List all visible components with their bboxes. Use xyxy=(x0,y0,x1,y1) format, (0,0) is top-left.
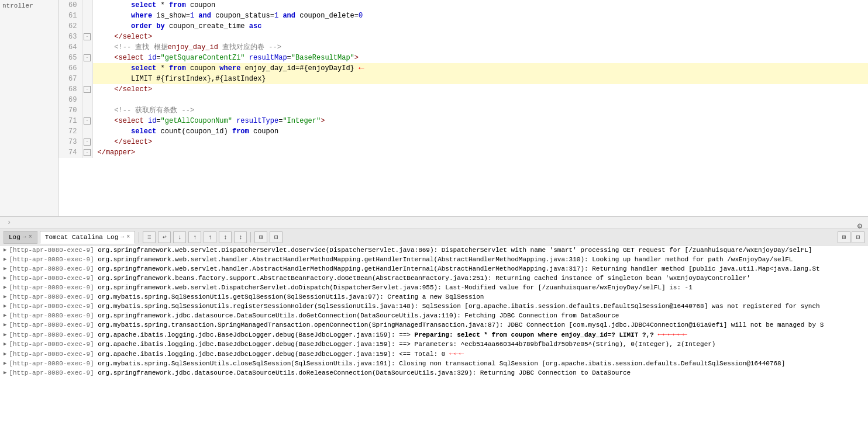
code-line: <select id="getSquareContentZi" resultMa… xyxy=(92,53,868,63)
log-text: [http-apr-8080-exec-9] org.springframewo… xyxy=(9,255,793,264)
log-line: ▶[http-apr-8080-exec-9] org.springframew… xyxy=(0,368,868,378)
tab-tomcat-label: Tomcat Catalina Log xyxy=(45,234,118,241)
log-expand-arrow[interactable]: ▶ xyxy=(4,255,6,264)
code-line: select * from coupon xyxy=(92,0,868,11)
log-expand-arrow[interactable]: ▶ xyxy=(4,302,6,311)
fold-gutter[interactable]: - xyxy=(82,32,92,42)
toolbar-btn-columns[interactable]: ⊞ xyxy=(838,231,850,243)
log-text: [http-apr-8080-exec-9] org.mybatis.sprin… xyxy=(9,359,785,368)
log-expand-arrow[interactable]: ▶ xyxy=(4,274,6,283)
fold-gutter xyxy=(82,42,92,53)
log-expand-arrow[interactable]: ▶ xyxy=(4,311,6,320)
log-line: ▶[http-apr-8080-exec-9] org.springframew… xyxy=(0,283,868,292)
line-number: 60 xyxy=(58,0,82,11)
code-line: <!-- 查找 根据enjoy_day_id 查找对应的卷 --> xyxy=(92,42,868,53)
log-text: [http-apr-8080-exec-9] org.apache.ibatis… xyxy=(9,330,687,340)
log-line: ▶[http-apr-8080-exec-9] org.apache.ibati… xyxy=(0,349,868,359)
log-expand-arrow[interactable]: ▶ xyxy=(4,359,6,368)
line-number: 63 xyxy=(58,32,82,42)
log-expand-arrow[interactable]: ▶ xyxy=(4,245,6,255)
log-line: ▶[http-apr-8080-exec-9] org.springframew… xyxy=(0,264,868,274)
line-number: 69 xyxy=(58,95,82,105)
fold-gutter xyxy=(82,126,92,137)
fold-gutter[interactable]: - xyxy=(82,53,92,63)
log-text: [http-apr-8080-exec-9] org.springframewo… xyxy=(9,245,812,255)
log-text: [http-apr-8080-exec-9] org.springframewo… xyxy=(9,264,819,274)
line-number: 70 xyxy=(58,105,82,116)
log-expand-arrow[interactable]: ▶ xyxy=(4,368,6,378)
toolbar-btn-sort2[interactable]: ↕ xyxy=(234,231,247,243)
log-text: [http-apr-8080-exec-9] org.mybatis.sprin… xyxy=(9,292,484,302)
toolbar-btn-expand[interactable]: ⊟ xyxy=(852,231,864,243)
tab-tomcat-close[interactable]: × xyxy=(126,234,130,240)
line-number: 74 xyxy=(58,147,82,158)
line-number: 71 xyxy=(58,116,82,126)
log-text: [http-apr-8080-exec-9] org.mybatis.sprin… xyxy=(9,302,819,311)
fold-gutter[interactable]: - xyxy=(82,137,92,147)
fold-gutter[interactable]: - xyxy=(82,84,92,95)
tab-tomcat[interactable]: Tomcat Catalina Log → × xyxy=(40,231,135,244)
toolbar-btn-menu[interactable]: ≡ xyxy=(143,231,156,243)
line-number: 66 xyxy=(58,63,82,74)
log-panel: ▶[http-apr-8080-exec-9] org.springframew… xyxy=(0,245,868,422)
toolbar-btn-grid[interactable]: ⊞ xyxy=(254,231,267,243)
fold-gutter xyxy=(82,0,92,11)
toolbar-separator-2 xyxy=(250,232,251,243)
log-expand-arrow[interactable]: ▶ xyxy=(4,330,6,340)
log-line: ▶[http-apr-8080-exec-9] org.mybatis.spri… xyxy=(0,359,868,368)
log-line: ▶[http-apr-8080-exec-9] org.apache.ibati… xyxy=(0,340,868,349)
code-line: select * from coupon where enjoy_day_id=… xyxy=(92,63,868,74)
settings-icon[interactable]: ⚙ xyxy=(854,220,866,231)
fold-gutter[interactable]: - xyxy=(82,147,92,158)
log-expand-arrow[interactable]: ▶ xyxy=(4,292,6,302)
log-toolbar: Log → × Tomcat Catalina Log → × ≡ ↩ ↓ ↑ … xyxy=(0,229,868,245)
log-expand-arrow[interactable]: ▶ xyxy=(4,283,6,292)
log-text: [http-apr-8080-exec-9] org.apache.ibatis… xyxy=(9,340,715,349)
code-line: select count(coupon_id) from coupon xyxy=(92,126,868,137)
log-expand-arrow[interactable]: ▶ xyxy=(4,264,6,274)
fold-gutter xyxy=(82,105,92,116)
fold-gutter xyxy=(82,74,92,84)
code-line: <select id="getAllCouponNum" resultType=… xyxy=(92,116,868,126)
toolbar-btn-sort1[interactable]: ↕ xyxy=(219,231,232,243)
log-expand-arrow[interactable]: ▶ xyxy=(4,320,6,330)
log-expand-arrow[interactable]: ▶ xyxy=(4,350,6,359)
tab-log[interactable]: Log → × xyxy=(4,231,37,244)
log-line: ▶[http-apr-8080-exec-9] org.springframew… xyxy=(0,274,868,283)
log-text: [http-apr-8080-exec-9] org.springframewo… xyxy=(9,274,750,283)
fold-gutter xyxy=(82,95,92,105)
toolbar-btn-up2[interactable]: ↑ xyxy=(204,231,216,243)
code-line: </select> xyxy=(92,84,868,95)
code-line: LIMIT #{firstIndex},#{lastIndex} xyxy=(92,74,868,84)
log-line: ▶[http-apr-8080-exec-9] org.apache.ibati… xyxy=(0,330,868,340)
breadcrumb: › xyxy=(0,216,868,229)
line-number: 65 xyxy=(58,53,82,63)
code-line: <!-- 获取所有条数 --> xyxy=(92,105,868,116)
code-area: 60 select * from coupon61 where is_show=… xyxy=(58,0,868,216)
toolbar-btn-up[interactable]: ↑ xyxy=(188,231,201,243)
code-line: </select> xyxy=(92,32,868,42)
log-text: [http-apr-8080-exec-9] org.springframewo… xyxy=(9,283,692,292)
line-number: 62 xyxy=(58,21,82,32)
fold-gutter[interactable]: - xyxy=(82,116,92,126)
toolbar-btn-list[interactable]: ⊟ xyxy=(270,231,283,243)
toolbar-separator-1 xyxy=(139,232,139,243)
log-line: ▶[http-apr-8080-exec-9] org.mybatis.spri… xyxy=(0,320,868,330)
line-number: 73 xyxy=(58,137,82,147)
editor-main-layout: ntroller 60 select * from coupon61 where… xyxy=(0,0,868,216)
log-text: [http-apr-8080-exec-9] org.springframewo… xyxy=(9,368,631,378)
tab-log-label: Log xyxy=(9,234,20,241)
toolbar-btn-down[interactable]: ↓ xyxy=(173,231,186,243)
line-number: 64 xyxy=(58,42,82,53)
code-line: </mapper> xyxy=(92,147,868,158)
toolbar-right-group: ⊞ ⊟ xyxy=(838,231,864,243)
tab-log-arrow: → xyxy=(23,234,26,240)
code-line: </select> xyxy=(92,137,868,147)
log-expand-arrow[interactable]: ▶ xyxy=(4,340,6,349)
line-number: 61 xyxy=(58,11,82,21)
tab-log-close[interactable]: × xyxy=(29,234,32,240)
left-panel: ntroller xyxy=(0,0,58,216)
breadcrumb-sep: › xyxy=(7,219,11,227)
fold-gutter xyxy=(82,11,92,21)
toolbar-btn-wrap[interactable]: ↩ xyxy=(158,231,171,243)
